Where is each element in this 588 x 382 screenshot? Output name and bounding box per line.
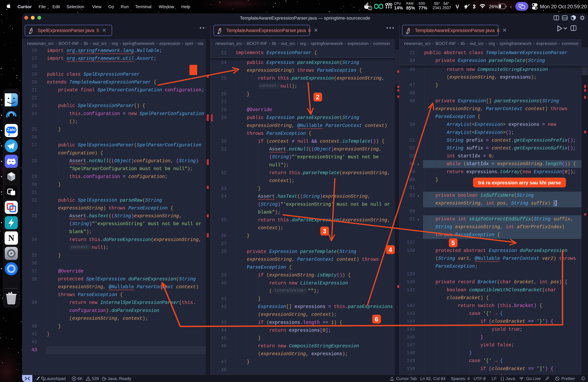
svg-text:3: 3	[323, 228, 326, 235]
svg-text:6: 6	[375, 316, 378, 323]
svg-text:5: 5	[451, 239, 455, 246]
svg-text:trả ra expression arry sau khi: trả ra expression arry sau khi parse	[478, 180, 561, 185]
svg-text:4: 4	[389, 246, 392, 253]
svg-text:2: 2	[316, 94, 319, 101]
